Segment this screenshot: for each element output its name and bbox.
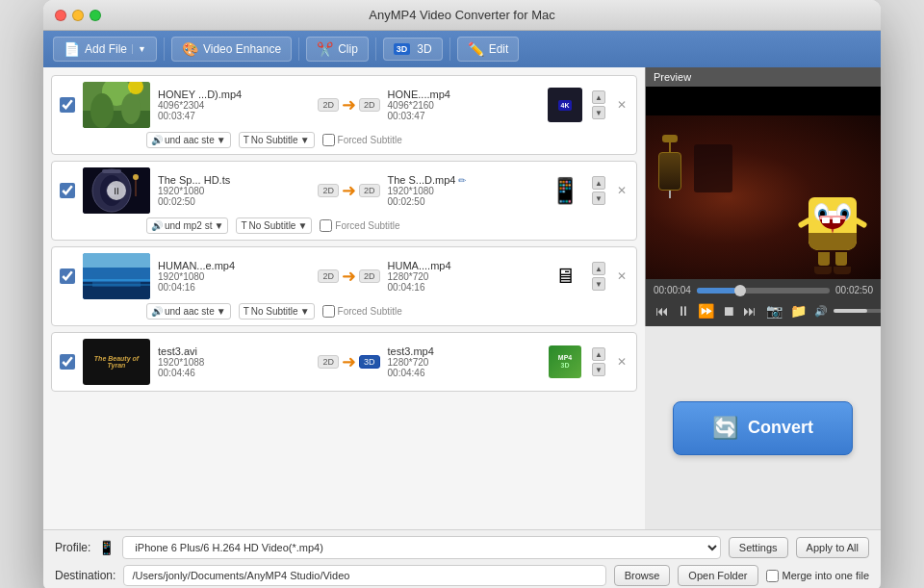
file-dest-name-2: The S...D.mp4 <box>388 174 456 186</box>
clip-label: Clip <box>338 42 358 56</box>
file-checkbox-4[interactable] <box>60 354 75 370</box>
file-dest-4: test3.mp4 1280*720 00:04:46 <box>388 345 540 378</box>
file-source-duration-3: 00:04:16 <box>158 282 310 293</box>
audio-select-2[interactable]: 🔊 und mp2 st ▼ <box>146 217 228 234</box>
file-checkbox-2[interactable] <box>60 183 75 198</box>
close-button[interactable] <box>55 10 66 21</box>
remove-file-1[interactable]: ✕ <box>615 96 629 114</box>
scroll-down-3[interactable]: ▼ <box>592 277 605 291</box>
audio-value-1: und aac ste <box>165 135 215 145</box>
volume-slider[interactable] <box>834 309 881 313</box>
scroll-down-2[interactable]: ▼ <box>592 192 605 205</box>
file-checkbox-3[interactable] <box>60 268 75 284</box>
forced-subtitle-check-1[interactable] <box>322 134 335 146</box>
file-source-4: test3.avi 1920*1088 00:04:46 <box>158 345 310 378</box>
file-dest-2: The S...D.mp4 ✏ 1920*1080 00:02:50 <box>388 174 540 207</box>
subtitle-value-3: No Subtitle <box>251 306 298 317</box>
file-source-duration-2: 00:02:50 <box>158 196 310 207</box>
audio-arrow-2: ▼ <box>214 220 223 231</box>
file-source-3: HUMAN...e.mp4 1920*1080 00:04:16 <box>158 260 310 293</box>
file-list: HONEY ...D).mp4 4096*2304 00:03:47 2D ➜ … <box>43 67 645 481</box>
file-dest-duration-1: 00:03:47 <box>388 111 450 121</box>
3d-button[interactable]: 3D 3D <box>383 38 443 61</box>
audio-select-1[interactable]: 🔊 und aac ste ▼ <box>146 132 231 148</box>
clip-button[interactable]: ✂️ Clip <box>306 37 369 62</box>
file-dest-name-1: HONE....mp4 <box>388 89 450 100</box>
skip-back-button[interactable]: ⏮ <box>654 301 671 320</box>
dest-input[interactable] <box>123 565 605 586</box>
add-file-dropdown-arrow[interactable]: ▼ <box>132 44 146 54</box>
file-checkbox-1[interactable] <box>60 97 75 113</box>
remove-file-3[interactable]: ✕ <box>615 268 629 285</box>
progress-bar[interactable] <box>697 288 830 294</box>
file-thumbnail-1 <box>83 82 150 128</box>
remove-file-4[interactable]: ✕ <box>615 353 629 371</box>
stop-button[interactable]: ⏹ <box>720 301 737 320</box>
profile-select[interactable]: iPhone 6 Plus/6 H.264 HD Video(*.mp4) <box>122 536 720 559</box>
subtitle-select-3[interactable]: T No Subtitle ▼ <box>239 303 315 320</box>
file-dest-duration-3: 00:04:16 <box>388 282 451 293</box>
time-total: 00:02:50 <box>835 285 873 295</box>
subtitle-arrow-3: ▼ <box>300 306 310 317</box>
convert-arrow-1: ➜ <box>342 94 356 115</box>
subtitle-value-1: No Subtitle <box>251 135 298 145</box>
progress-thumb <box>734 285 746 296</box>
file-dest-res-4: 1280*720 <box>388 357 434 368</box>
screenshot-button[interactable]: 📷 <box>764 301 784 320</box>
folder-button[interactable]: 📁 <box>788 301 808 320</box>
audio-arrow-1: ▼ <box>217 135 226 145</box>
forced-subtitle-3: Forced Subtitle <box>322 305 402 318</box>
arrow-box-2: 2D ➜ 2D <box>318 180 379 201</box>
media-controls: 📷 📁 🔊 <box>764 301 881 320</box>
scroll-buttons-1: ▲ ▼ <box>590 90 607 119</box>
fast-forward-button[interactable]: ⏩ <box>696 301 716 320</box>
list-item: The Beauty of Tyran test3.avi 1920*1088 … <box>51 332 637 392</box>
file-source-1: HONEY ...D).mp4 4096*2304 00:03:47 <box>158 89 310 121</box>
merge-checkbox[interactable] <box>766 570 779 582</box>
browse-button[interactable]: Browse <box>614 565 671 586</box>
file-thumbnail-2: ⏸ <box>83 167 150 214</box>
file-dest-duration-4: 00:04:46 <box>388 368 434 378</box>
volume-icon[interactable]: 🔊 <box>812 303 830 320</box>
maximize-button[interactable] <box>90 10 101 21</box>
audio-select-3[interactable]: 🔊 und aac ste ▼ <box>146 303 231 320</box>
minimize-button[interactable] <box>72 10 84 21</box>
arrow-box-4: 2D ➜ 3D <box>318 351 379 372</box>
subtitle-arrow-2: ▼ <box>297 220 307 231</box>
forced-subtitle-2: Forced Subtitle <box>320 219 399 232</box>
file-source-2: The Sp... HD.ts 1920*1080 00:02:50 <box>158 174 310 207</box>
add-file-button[interactable]: 📄 Add File ▼ <box>53 37 157 62</box>
subtitle-value-2: No Subtitle <box>249 220 296 231</box>
scroll-down-4[interactable]: ▼ <box>592 363 605 376</box>
video-enhance-button[interactable]: 🎨 Video Enhance <box>171 37 292 62</box>
forced-subtitle-check-3[interactable] <box>322 305 335 318</box>
bg-object <box>694 144 732 192</box>
scroll-down-1[interactable]: ▼ <box>592 106 605 119</box>
scroll-up-4[interactable]: ▲ <box>592 347 605 361</box>
convert-button[interactable]: 🔄 Convert <box>673 401 853 455</box>
preview-scene <box>646 115 881 279</box>
open-folder-button[interactable]: Open Folder <box>678 565 757 586</box>
main-content: HONEY ...D).mp4 4096*2304 00:03:47 2D ➜ … <box>43 67 881 529</box>
app-window: AnyMP4 Video Converter for Mac 📄 Add Fil… <box>43 0 881 588</box>
subtitle-select-2[interactable]: T No Subtitle ▼ <box>236 217 312 234</box>
remove-file-2[interactable]: ✕ <box>615 182 629 199</box>
scroll-up-3[interactable]: ▲ <box>592 262 605 275</box>
pause-button[interactable]: ⏸ <box>675 301 692 320</box>
edit-icon: ✏️ <box>468 41 484 57</box>
edit-dest-2[interactable]: ✏ <box>458 175 466 186</box>
settings-button[interactable]: Settings <box>729 537 788 558</box>
subtitle-select-1[interactable]: T No Subtitle ▼ <box>239 132 315 148</box>
file-item-top: The Beauty of Tyran test3.avi 1920*1088 … <box>60 339 629 385</box>
spongebob-character <box>799 197 866 274</box>
file-item-bottom-3: 🔊 und aac ste ▼ T No Subtitle ▼ Forced S… <box>60 303 629 320</box>
destination-row: Destination: Browse Open Folder Merge in… <box>55 565 869 586</box>
forced-subtitle-check-2[interactable] <box>320 219 332 232</box>
skip-forward-button[interactable]: ⏭ <box>741 301 758 320</box>
arrow-box-3: 2D ➜ 2D <box>318 266 379 287</box>
scroll-up-1[interactable]: ▲ <box>592 90 605 104</box>
apply-to-all-button[interactable]: Apply to All <box>796 537 869 558</box>
scroll-up-2[interactable]: ▲ <box>592 176 605 190</box>
format-icon-4: MP4 3D <box>548 345 582 379</box>
edit-button[interactable]: ✏️ Edit <box>457 37 520 62</box>
